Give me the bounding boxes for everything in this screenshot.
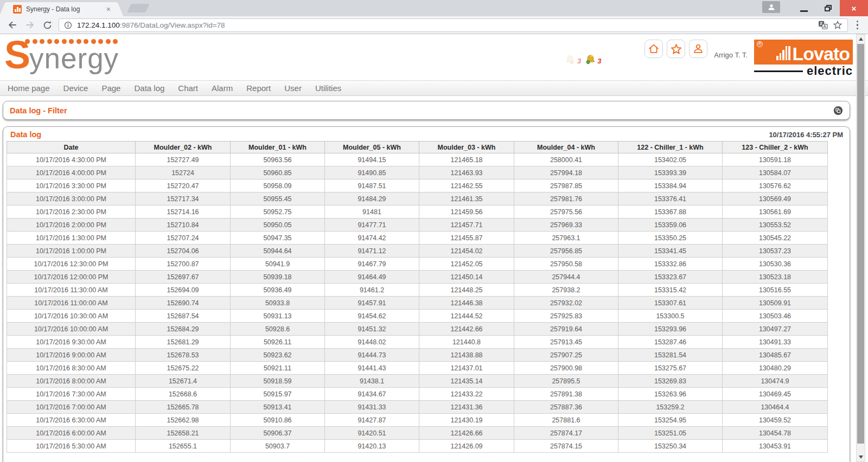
table-cell: 257975.56 (514, 206, 618, 219)
table-cell: 152684.29 (136, 323, 231, 336)
brand-sub: electric (807, 65, 853, 77)
table-cell: 10/17/2016 8:30:00 AM (7, 362, 136, 375)
page-info-icon[interactable] (64, 21, 72, 29)
table-cell: 121455.87 (419, 232, 514, 245)
table-cell: 121462.55 (419, 179, 514, 193)
table-cell: 257919.64 (514, 323, 618, 336)
table-cell: 257881.6 (514, 414, 618, 427)
alarm-bell-inactive-icon[interactable] (564, 54, 576, 66)
table-cell: 91448.02 (325, 336, 419, 349)
nav-item-home-page[interactable]: Home page (8, 84, 50, 93)
scrollbar-thumb[interactable] (857, 44, 864, 444)
table-cell: 257913.45 (514, 336, 618, 349)
nav-item-device[interactable]: Device (63, 84, 88, 93)
table-cell: 257891.38 (514, 388, 618, 401)
browser-tab[interactable]: Synergy - Data log × (8, 2, 115, 16)
table-row: 10/17/2016 11:00:00 AM152690.7450933.891… (7, 297, 828, 310)
table-cell: 152707.24 (136, 232, 231, 245)
home-icon (648, 43, 660, 55)
new-tab-button[interactable] (127, 4, 149, 12)
table-cell: 121442.66 (419, 323, 514, 336)
table-cell: 121426.66 (419, 427, 514, 440)
table-cell: 257969.33 (514, 219, 618, 232)
table-cell: 152710.84 (136, 219, 231, 232)
table-cell: 50941.9 (231, 258, 325, 271)
scroll-up-icon (859, 37, 863, 41)
table-cell: 130503.46 (723, 310, 828, 323)
table-cell: 10/17/2016 12:30:00 PM (7, 258, 136, 271)
table-cell: 153287.46 (618, 336, 723, 349)
table-cell: 50915.97 (231, 388, 325, 401)
window-close-button[interactable]: × (840, 0, 868, 16)
nav-item-user[interactable]: User (284, 84, 302, 93)
nav-item-page[interactable]: Page (101, 84, 120, 93)
table-cell: 10/17/2016 1:30:00 PM (7, 232, 136, 245)
column-header-moulder-04: Moulder_04 - kWh (514, 142, 618, 153)
alarm-bell-active-icon[interactable] (584, 54, 596, 66)
table-cell: 121461.35 (419, 193, 514, 206)
table-cell: 10/17/2016 11:30:00 AM (7, 284, 136, 297)
table-cell: 152678.53 (136, 349, 231, 362)
nav-item-data-log[interactable]: Data log (134, 84, 164, 93)
table-cell: 91494.15 (325, 153, 419, 166)
table-cell: 153307.61 (618, 297, 723, 310)
table-row: 10/17/2016 12:30:00 PM152700.8750941.991… (7, 258, 828, 271)
table-cell: 50944.64 (231, 245, 325, 258)
nav-item-report[interactable]: Report (246, 84, 271, 93)
table-cell: 121437.01 (419, 362, 514, 375)
table-cell: 130523.18 (723, 271, 828, 284)
table-cell: 257956.85 (514, 245, 618, 258)
table-row: 10/17/2016 11:30:00 AM152694.0950936.499… (7, 284, 828, 297)
bookmark-star-icon[interactable] (833, 20, 843, 30)
forward-button[interactable] (24, 19, 36, 31)
table-cell: 121435.14 (419, 375, 514, 388)
table-cell: 152675.22 (136, 362, 231, 375)
expand-filter-icon[interactable] (833, 106, 843, 116)
minimize-button[interactable] (792, 0, 816, 15)
tab-close-icon[interactable]: × (106, 5, 111, 13)
table-row: 10/17/2016 8:00:00 AM152671.450918.59914… (7, 375, 828, 388)
table-row: 10/17/2016 7:00:00 AM152665.7850913.4191… (7, 401, 828, 414)
column-header-moulder-03: Moulder_03 - kWh (419, 142, 514, 153)
table-cell: 91461.2 (325, 284, 419, 297)
table-cell: 130464.4 (723, 401, 828, 414)
url-text[interactable]: 172.24.1.100:9876/DataLog/View.aspx?id=7… (77, 21, 813, 29)
table-cell: 257944.4 (514, 271, 618, 284)
logged-user-name: Arrigo T. T. (714, 51, 748, 59)
masthead: Synergy 3 3 (0, 34, 868, 80)
table-cell: 130591.18 (723, 153, 828, 166)
scroll-up-button[interactable] (857, 35, 865, 43)
restore-button[interactable] (816, 0, 840, 15)
table-row: 10/17/2016 9:30:00 AM152681.2950926.1191… (7, 336, 828, 349)
user-button[interactable] (689, 40, 707, 58)
scroll-down-button[interactable] (857, 453, 865, 461)
favorites-button[interactable] (667, 40, 685, 58)
restore-icon (825, 5, 831, 11)
table-row: 10/17/2016 7:30:00 AM152668.650915.97914… (7, 388, 828, 401)
table-cell: 121454.02 (419, 245, 514, 258)
home-button[interactable] (644, 40, 663, 58)
back-button[interactable] (7, 19, 18, 31)
vertical-scrollbar[interactable] (856, 34, 865, 462)
synergy-logo: Synergy (4, 35, 119, 74)
browser-menu-button[interactable] (853, 21, 862, 30)
translate-icon[interactable] (818, 21, 828, 29)
table-cell: 153402.05 (618, 153, 723, 166)
table-cell: 91481 (325, 206, 419, 219)
nav-item-utilities[interactable]: Utilities (315, 84, 341, 93)
browser-profile-button[interactable] (762, 1, 780, 13)
nav-item-alarm[interactable]: Alarm (212, 84, 233, 93)
table-cell: 10/17/2016 7:30:00 AM (7, 388, 136, 401)
url-bar[interactable]: 172.24.1.100:9876/DataLog/View.aspx?id=7… (59, 18, 848, 32)
brand-underline (754, 70, 803, 72)
reload-button[interactable] (41, 19, 53, 31)
minimize-icon (800, 10, 808, 12)
table-cell: 50918.59 (231, 375, 325, 388)
table-header-row: Date Moulder_02 - kWh Moulder_01 - kWh M… (7, 142, 828, 153)
table-cell: 152690.74 (136, 297, 231, 310)
table-cell: 10/17/2016 4:00:00 PM (7, 166, 136, 179)
table-cell: 121459.56 (419, 206, 514, 219)
nav-item-chart[interactable]: Chart (178, 84, 198, 93)
datalog-panel-title: Data log (10, 130, 41, 139)
table-cell: 153393.39 (618, 166, 723, 179)
